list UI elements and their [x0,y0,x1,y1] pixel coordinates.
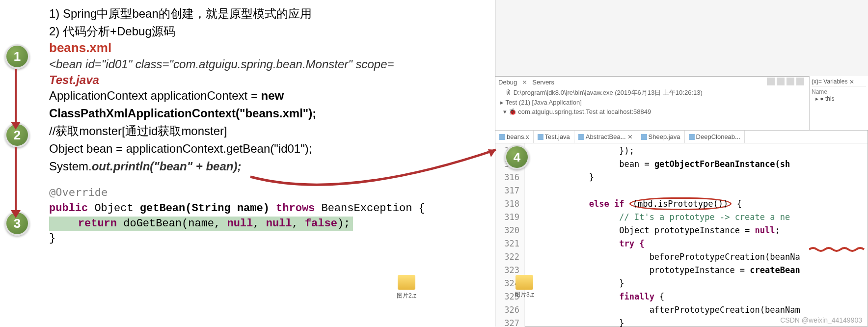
beans-xml-title: beans.xml [49,40,495,55]
code-line-316: } [529,171,868,184]
step-badge-4: 4 [505,145,529,169]
folder-icon[interactable] [398,275,415,290]
getbean-close: } [49,231,495,246]
toolbar-icon[interactable] [796,78,804,85]
intro-line-2: 2) 代码分析+Debug源码 [49,23,495,40]
arrow-1-to-2 [15,69,17,123]
code-line-315: bean = getObjectForBeanInstance(sh [529,158,868,171]
tab-sheep-java[interactable]: Sheep.java [637,131,685,143]
test-java-line2: ClassPathXmlApplicationContext("beans.xm… [49,105,495,122]
servers-tab[interactable]: Servers [532,79,554,86]
code-line-320: Object prototypeInstance = null; [529,224,868,237]
toolbar-icon[interactable] [767,78,775,85]
watermark: CSDN @weixin_44149903 [780,316,862,324]
test-java-comment: //获取monster[通过id获取monster] [49,122,495,140]
code-line-322: beforePrototypeCreation(beanNa [529,250,868,264]
debug-tab[interactable]: Debug [498,79,517,86]
debug-toolbar[interactable] [767,78,804,85]
folder-icon[interactable] [515,275,533,290]
code-line-323: prototypeInstance = createBean [529,264,868,277]
code-line-319: // It's a prototype -> create a ne [529,211,868,224]
code-line-326: afterPrototypeCreation(beanNam [529,303,868,317]
toolbar-icon[interactable] [787,78,794,85]
beans-xml-snippet: <bean id="id01" class="com.atguigu.sprin… [49,55,495,73]
arrow-2-to-3 [15,147,17,211]
folder-label-2: 图片2.z [397,292,416,300]
code-line-317 [529,184,868,197]
getbean-return: return doGetBean(name, null, null, false… [49,217,495,232]
code-line-318: else if (mbd.isPrototype()) { [529,197,868,211]
step-badge-1: 1 [5,44,29,69]
code-editor[interactable]: 314315316 317318319 320321322 323324325 … [495,143,868,327]
variables-panel[interactable]: (x)= Variables ⨯ Name ▸ ● this [809,76,868,130]
tab-beans-xml[interactable]: beans.x [495,131,534,143]
code-line-324: } [529,277,868,290]
tab-test-java[interactable]: Test.java [534,131,574,143]
tab-deepclone[interactable]: DeepCloneab... [685,131,745,143]
test-java-line1: ApplicationContext applicationContext = … [49,87,495,105]
editor-file-tabs: beans.x Test.java AbstractBea... ⨯ Sheep… [495,131,868,143]
toolbar-icon[interactable] [777,78,785,85]
arrow-3-to-4 [245,147,501,206]
test-java-title: Test.java [49,73,495,87]
tab-abstractbean[interactable]: AbstractBea... ⨯ [574,131,637,143]
intro-line-1: 1) Spring中原型bean的创建，就是原型模式的应用 [49,5,495,23]
code-line-314: }); [529,144,868,158]
code-line-325: finally { [529,290,868,303]
folder-label-3: 图片3.z [515,291,534,299]
red-underline-wave [809,246,868,252]
